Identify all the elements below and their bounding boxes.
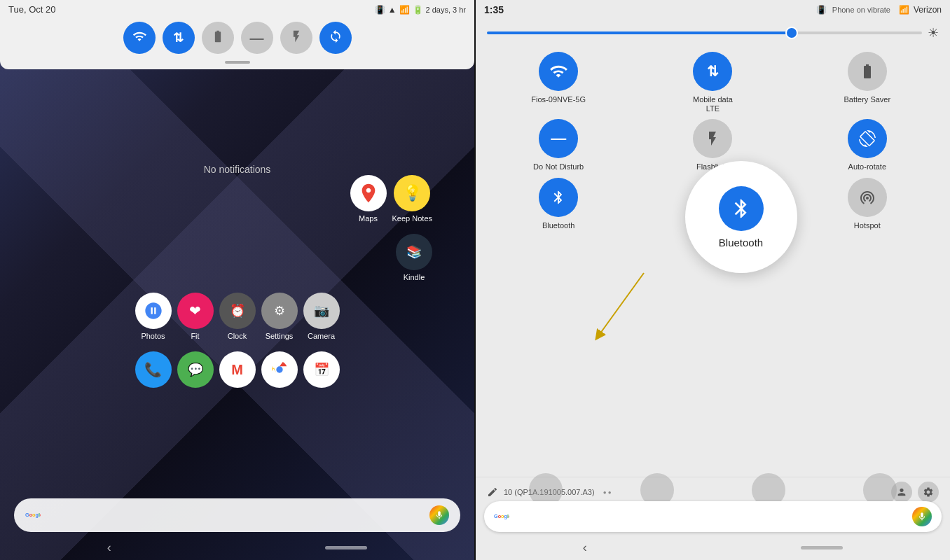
left-nav-bar: ‹: [0, 535, 474, 560]
flashlight-tile[interactable]: Flashlight: [638, 119, 787, 172]
gmail-app[interactable]: M: [219, 351, 256, 388]
flashlight-icon: [289, 29, 303, 46]
search-mic-left[interactable]: [429, 505, 449, 525]
left-back-chevron[interactable]: ‹: [107, 540, 111, 555]
battery-saver-tile-icon: [848, 52, 887, 91]
google-logo-right: Google: [494, 509, 509, 524]
maps-app[interactable]: Maps: [350, 175, 387, 223]
wifi-status-icon: ▲: [388, 5, 397, 15]
phone-icon: 📞: [135, 351, 172, 388]
wifi-icon: [132, 29, 146, 46]
bluetooth-tile-icon: [539, 178, 578, 217]
settings-app[interactable]: ⚙ Settings: [261, 293, 298, 340]
sync-toggle[interactable]: [319, 22, 352, 54]
right-phone-screen: 1:35 📳 Phone on vibrate 📶 Verizon ☀: [476, 0, 950, 560]
bluetooth-expanded: Bluetooth: [685, 161, 797, 273]
right-search-bar[interactable]: Google: [484, 501, 942, 532]
camera-app[interactable]: 📷 Camera: [303, 293, 340, 340]
right-time: 1:35: [484, 4, 504, 15]
left-phone-screen: Tue, Oct 20 📳 ▲ 📶 🔋 2 days, 3 hr: [0, 0, 474, 560]
data-icon: ⇅: [173, 30, 184, 46]
wifi-tile-label: Fios-09NVE-5G: [531, 95, 586, 104]
photos-app[interactable]: Photos: [135, 293, 172, 340]
calendar-app[interactable]: 📅: [303, 351, 340, 388]
brightness-row: ☀: [476, 20, 950, 49]
svg-line-2: [598, 273, 644, 336]
messages-icon: 💬: [177, 351, 214, 388]
app-row-2: 📚 Kindle: [14, 234, 460, 281]
notif-date: Tue, Oct 20: [8, 4, 55, 15]
battery-text: 2 days, 3 hr: [426, 6, 466, 14]
app-row-4: 📞 💬 M: [14, 351, 460, 388]
no-notifications-text: No notifications: [0, 164, 474, 175]
photos-icon: [135, 293, 172, 329]
keepnotes-icon: 💡: [394, 175, 430, 211]
search-mic-right[interactable]: [912, 507, 932, 526]
chrome-icon: [261, 351, 298, 388]
bt-expanded-label: Bluetooth: [719, 237, 763, 248]
dnd-toggle[interactable]: —: [241, 22, 273, 54]
gmail-icon: M: [219, 351, 256, 388]
autorotate-label: Auto-rotate: [848, 162, 886, 172]
vibrate-icon: 📳: [375, 5, 385, 15]
bluetooth-tile[interactable]: Bluetooth: [484, 178, 633, 230]
mobile-data-icon: ⇅: [693, 52, 732, 91]
wifi-tile[interactable]: Fios-09NVE-5G: [484, 52, 633, 113]
google-logo-left: Google: [25, 507, 41, 523]
qs-status-right: 📳 Phone on vibrate 📶 Verizon: [816, 5, 942, 15]
hotspot-icon: [848, 178, 887, 217]
settings-label: Settings: [266, 332, 294, 340]
right-back-chevron[interactable]: ‹: [583, 540, 587, 555]
messages-app[interactable]: 💬: [177, 351, 214, 388]
autorotate-icon: [848, 119, 887, 158]
maps-label: Maps: [359, 214, 378, 223]
autorotate-tile[interactable]: Auto-rotate: [793, 119, 942, 172]
svg-point-0: [276, 366, 282, 372]
dnd-label: Do Not Disturb: [533, 162, 584, 172]
wifi-toggle[interactable]: [123, 22, 156, 54]
phone-app[interactable]: 📞: [135, 351, 172, 388]
clock-label: Clock: [228, 332, 247, 340]
brightness-thumb: [785, 27, 798, 39]
qs-panel: 1:35 📳 Phone on vibrate 📶 Verizon ☀: [476, 0, 950, 560]
battery-saver-tile[interactable]: Battery Saver: [793, 52, 942, 113]
settings-icon: ⚙: [261, 293, 298, 329]
clock-icon: ⏰: [219, 293, 256, 329]
battery-saver-label: Battery Saver: [844, 95, 891, 104]
flashlight-toggle[interactable]: [280, 22, 312, 54]
camera-icon: 📷: [303, 293, 340, 329]
kindle-icon: 📚: [396, 234, 432, 270]
app-grid: Maps 💡 Keep Notes 📚 Kindle: [0, 175, 474, 399]
brightness-slider[interactable]: [487, 31, 922, 34]
dnd-icon: —: [250, 31, 264, 45]
fit-app[interactable]: ❤ Fit: [177, 293, 214, 340]
mobile-data-tile[interactable]: ⇅ Mobile dataLTE: [638, 52, 787, 113]
calendar-icon: 📅: [303, 351, 340, 388]
vibrate-icon-right: 📳: [816, 5, 827, 15]
notif-status-right: 📳 ▲ 📶 🔋 2 days, 3 hr: [375, 5, 466, 15]
keepnotes-app[interactable]: 💡 Keep Notes: [392, 175, 432, 223]
vibrate-text: Phone on vibrate: [832, 6, 890, 14]
clock-app[interactable]: ⏰ Clock: [219, 293, 256, 340]
chrome-app[interactable]: [261, 351, 298, 388]
kindle-app[interactable]: 📚 Kindle: [396, 234, 432, 281]
camera-label: Camera: [308, 332, 335, 340]
dnd-tile[interactable]: — Do Not Disturb: [484, 119, 633, 172]
hotspot-tile[interactable]: Hotspot: [793, 178, 942, 230]
kindle-label: Kindle: [404, 273, 425, 281]
battery-toggle[interactable]: [202, 22, 234, 54]
drag-handle: [225, 61, 250, 64]
flashlight-tile-icon: [693, 119, 732, 158]
battery-saver-icon: [211, 29, 225, 46]
maps-icon: [350, 175, 387, 211]
screen-divider: [474, 0, 476, 560]
left-search-bar[interactable]: Google: [14, 498, 460, 532]
notif-status-bar: Tue, Oct 20 📳 ▲ 📶 🔋 2 days, 3 hr: [0, 0, 474, 18]
photos-label: Photos: [141, 332, 165, 340]
svg-text:Google: Google: [494, 513, 509, 519]
data-toggle[interactable]: ⇅: [163, 22, 195, 54]
signal-icon: 📶: [399, 5, 410, 15]
bt-expanded-icon: [719, 186, 764, 231]
left-nav-pill: [325, 546, 367, 550]
right-nav-pill: [801, 546, 843, 550]
